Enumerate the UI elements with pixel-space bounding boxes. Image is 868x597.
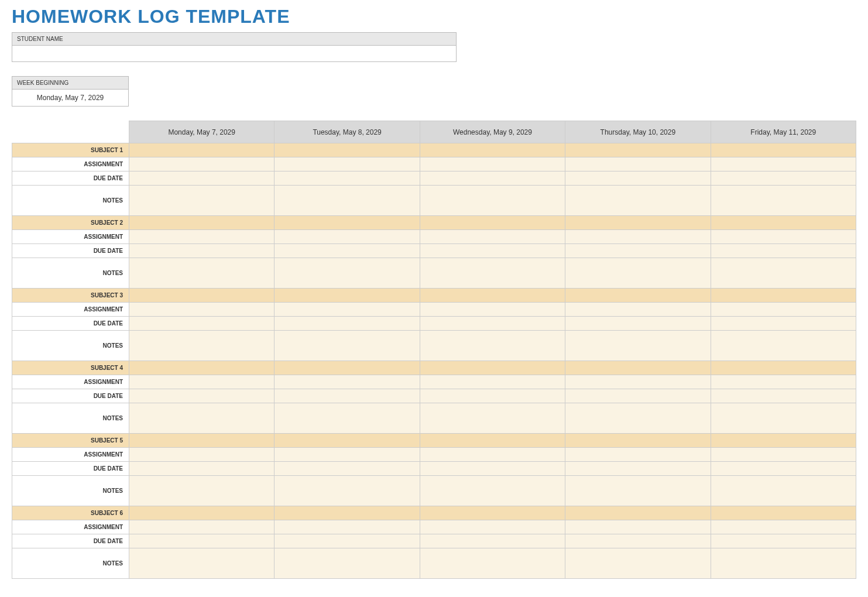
cell-assignment[interactable] bbox=[711, 303, 856, 317]
cell-notes[interactable] bbox=[129, 258, 275, 289]
cell-dueDate[interactable] bbox=[565, 462, 711, 476]
cell-assignment[interactable] bbox=[565, 230, 711, 244]
cell-header[interactable] bbox=[711, 361, 856, 375]
cell-notes[interactable] bbox=[711, 258, 856, 289]
cell-dueDate[interactable] bbox=[711, 462, 856, 476]
cell-notes[interactable] bbox=[129, 548, 275, 579]
cell-assignment[interactable] bbox=[275, 230, 420, 244]
cell-notes[interactable] bbox=[129, 476, 275, 506]
cell-assignment[interactable] bbox=[129, 303, 275, 317]
cell-assignment[interactable] bbox=[711, 157, 856, 171]
cell-notes[interactable] bbox=[420, 331, 565, 361]
cell-dueDate[interactable] bbox=[565, 534, 711, 548]
cell-assignment[interactable] bbox=[420, 157, 565, 171]
cell-dueDate[interactable] bbox=[565, 244, 711, 258]
cell-assignment[interactable] bbox=[420, 448, 565, 462]
cell-notes[interactable] bbox=[420, 258, 565, 289]
cell-assignment[interactable] bbox=[711, 448, 856, 462]
cell-assignment[interactable] bbox=[711, 520, 856, 534]
cell-notes[interactable] bbox=[711, 186, 856, 216]
cell-notes[interactable] bbox=[711, 331, 856, 361]
cell-assignment[interactable] bbox=[129, 375, 275, 389]
cell-dueDate[interactable] bbox=[275, 317, 420, 331]
cell-dueDate[interactable] bbox=[565, 317, 711, 331]
cell-assignment[interactable] bbox=[129, 230, 275, 244]
cell-notes[interactable] bbox=[565, 258, 711, 289]
cell-dueDate[interactable] bbox=[129, 171, 275, 186]
cell-header[interactable] bbox=[420, 361, 565, 375]
cell-notes[interactable] bbox=[565, 186, 711, 216]
cell-dueDate[interactable] bbox=[565, 389, 711, 403]
cell-notes[interactable] bbox=[129, 186, 275, 216]
cell-notes[interactable] bbox=[420, 403, 565, 434]
cell-dueDate[interactable] bbox=[275, 389, 420, 403]
cell-dueDate[interactable] bbox=[420, 389, 565, 403]
cell-header[interactable] bbox=[420, 434, 565, 448]
cell-notes[interactable] bbox=[565, 403, 711, 434]
cell-header[interactable] bbox=[711, 289, 856, 303]
cell-dueDate[interactable] bbox=[129, 462, 275, 476]
cell-header[interactable] bbox=[711, 143, 856, 157]
student-name-input[interactable] bbox=[12, 46, 457, 62]
cell-header[interactable] bbox=[129, 289, 275, 303]
cell-header[interactable] bbox=[129, 434, 275, 448]
cell-header[interactable] bbox=[565, 216, 711, 230]
cell-header[interactable] bbox=[420, 216, 565, 230]
cell-assignment[interactable] bbox=[129, 157, 275, 171]
cell-header[interactable] bbox=[275, 143, 420, 157]
cell-dueDate[interactable] bbox=[129, 317, 275, 331]
cell-dueDate[interactable] bbox=[275, 171, 420, 186]
cell-dueDate[interactable] bbox=[275, 244, 420, 258]
cell-assignment[interactable] bbox=[565, 303, 711, 317]
cell-dueDate[interactable] bbox=[129, 389, 275, 403]
cell-assignment[interactable] bbox=[275, 448, 420, 462]
cell-dueDate[interactable] bbox=[420, 244, 565, 258]
cell-dueDate[interactable] bbox=[565, 171, 711, 186]
cell-dueDate[interactable] bbox=[420, 317, 565, 331]
cell-notes[interactable] bbox=[420, 476, 565, 506]
cell-dueDate[interactable] bbox=[420, 534, 565, 548]
cell-notes[interactable] bbox=[711, 476, 856, 506]
cell-assignment[interactable] bbox=[129, 520, 275, 534]
cell-header[interactable] bbox=[565, 143, 711, 157]
cell-notes[interactable] bbox=[275, 331, 420, 361]
cell-dueDate[interactable] bbox=[711, 534, 856, 548]
cell-notes[interactable] bbox=[129, 403, 275, 434]
cell-notes[interactable] bbox=[565, 476, 711, 506]
cell-assignment[interactable] bbox=[420, 520, 565, 534]
cell-dueDate[interactable] bbox=[711, 244, 856, 258]
cell-dueDate[interactable] bbox=[129, 534, 275, 548]
cell-header[interactable] bbox=[420, 506, 565, 520]
cell-dueDate[interactable] bbox=[275, 462, 420, 476]
cell-assignment[interactable] bbox=[565, 520, 711, 534]
cell-notes[interactable] bbox=[275, 186, 420, 216]
cell-assignment[interactable] bbox=[275, 157, 420, 171]
cell-assignment[interactable] bbox=[275, 303, 420, 317]
cell-dueDate[interactable] bbox=[129, 244, 275, 258]
cell-dueDate[interactable] bbox=[711, 171, 856, 186]
cell-notes[interactable] bbox=[275, 258, 420, 289]
cell-assignment[interactable] bbox=[711, 375, 856, 389]
cell-notes[interactable] bbox=[711, 548, 856, 579]
cell-notes[interactable] bbox=[711, 403, 856, 434]
cell-assignment[interactable] bbox=[711, 230, 856, 244]
cell-header[interactable] bbox=[711, 434, 856, 448]
cell-header[interactable] bbox=[275, 434, 420, 448]
cell-dueDate[interactable] bbox=[275, 534, 420, 548]
cell-assignment[interactable] bbox=[275, 375, 420, 389]
cell-notes[interactable] bbox=[565, 548, 711, 579]
cell-header[interactable] bbox=[275, 361, 420, 375]
cell-assignment[interactable] bbox=[275, 520, 420, 534]
cell-header[interactable] bbox=[565, 361, 711, 375]
cell-header[interactable] bbox=[129, 506, 275, 520]
cell-dueDate[interactable] bbox=[420, 462, 565, 476]
cell-notes[interactable] bbox=[129, 331, 275, 361]
cell-dueDate[interactable] bbox=[711, 317, 856, 331]
cell-assignment[interactable] bbox=[565, 375, 711, 389]
cell-header[interactable] bbox=[275, 289, 420, 303]
cell-notes[interactable] bbox=[275, 548, 420, 579]
cell-header[interactable] bbox=[129, 361, 275, 375]
cell-dueDate[interactable] bbox=[420, 171, 565, 186]
cell-notes[interactable] bbox=[420, 548, 565, 579]
cell-notes[interactable] bbox=[275, 403, 420, 434]
